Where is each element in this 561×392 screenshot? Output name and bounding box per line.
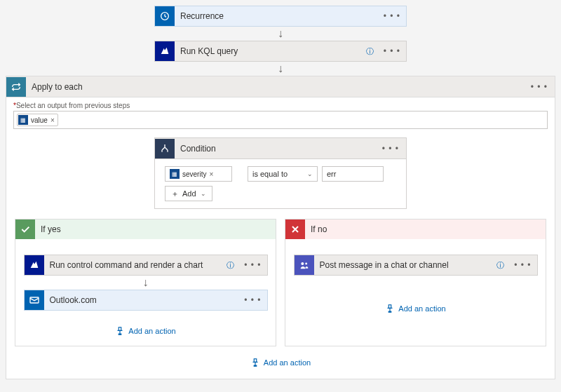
help-icon[interactable]: ⓘ (492, 260, 508, 271)
scope-title: Apply to each (26, 82, 524, 92)
if-no-title: If no (305, 224, 327, 234)
arrow-icon: ↓ (278, 27, 283, 41)
clock-icon (155, 6, 175, 26)
help-icon[interactable]: ⓘ (362, 46, 378, 57)
adx-icon (155, 41, 175, 61)
adx-icon: ▦ (18, 115, 28, 125)
output-chip-value[interactable]: ▦ value × (17, 114, 58, 126)
condition-title: Condition (175, 144, 375, 154)
add-action-button[interactable]: Add an action (115, 323, 175, 336)
action-run-kql[interactable]: Run KQL query ⓘ • • • (154, 41, 407, 62)
add-step-icon (115, 326, 125, 336)
svg-rect-9 (254, 365, 257, 366)
check-icon (15, 219, 35, 239)
svg-rect-3 (119, 334, 122, 334)
more-icon[interactable]: • • • (378, 11, 406, 21)
svg-rect-7 (389, 311, 392, 312)
outputs-field[interactable]: ▦ value × (13, 111, 548, 129)
if-yes-header: If yes (15, 219, 276, 239)
outlook-icon (25, 290, 44, 310)
more-icon[interactable]: • • • (238, 260, 266, 270)
help-icon[interactable]: ⓘ (222, 260, 238, 271)
loop-icon (6, 77, 26, 97)
condition-header[interactable]: Condition • • • (155, 138, 406, 159)
plus-icon: ＋ (171, 189, 179, 199)
remove-icon[interactable]: × (50, 116, 55, 124)
remove-icon[interactable]: × (209, 170, 213, 178)
arrow-icon: ↓ (278, 62, 283, 76)
svg-point-4 (301, 262, 304, 265)
severity-chip[interactable]: ▦ severity × (170, 169, 213, 179)
scope-header[interactable]: Apply to each • • • (6, 76, 555, 97)
close-icon (285, 219, 305, 239)
add-step-icon (385, 304, 395, 313)
arrow-icon: ↓ (143, 276, 149, 290)
svg-rect-8 (254, 359, 257, 363)
more-icon[interactable]: • • • (524, 82, 555, 92)
trigger-recurrence[interactable]: Recurrence • • • (154, 6, 407, 27)
svg-rect-6 (389, 305, 392, 309)
condition-icon (155, 139, 175, 158)
chevron-down-icon: ⌄ (201, 190, 206, 197)
svg-rect-2 (119, 327, 122, 331)
more-icon[interactable]: • • • (375, 144, 406, 154)
add-action-button[interactable]: Add an action (385, 301, 445, 313)
action-post-teams-message[interactable]: Post message in a chat or channel ⓘ • • … (294, 255, 538, 276)
chevron-down-icon: ⌄ (307, 170, 313, 177)
scope-apply-to-each: Apply to each • • • *Select an output fr… (6, 76, 555, 379)
adx-icon (25, 255, 44, 275)
more-icon[interactable]: • • • (378, 46, 406, 56)
condition-operator-select[interactable]: is equal to ⌄ (248, 166, 318, 182)
svg-point-5 (305, 263, 307, 265)
condition-left-field[interactable]: ▦ severity × (165, 166, 232, 182)
if-no-header: If no (285, 219, 546, 239)
teams-icon (295, 255, 314, 275)
action-outlook[interactable]: Outlook.com • • • (24, 290, 268, 311)
condition-right-field[interactable]: err (322, 166, 384, 182)
action-run-control-command[interactable]: Run control command and render a chart ⓘ… (24, 255, 268, 276)
branch-if-yes: If yes Run control command and render a … (15, 219, 276, 346)
action-title: Run KQL query (175, 46, 362, 56)
adx-icon: ▦ (170, 169, 180, 179)
add-condition-button[interactable]: ＋ Add ⌄ (165, 186, 212, 201)
branch-if-no: If no Post message in a chat or channel … (285, 219, 546, 346)
if-yes-title: If yes (35, 224, 61, 234)
more-icon[interactable]: • • • (238, 295, 266, 305)
outputs-label: *Select an output from previous steps (13, 102, 548, 111)
condition-card: Condition • • • ▦ severity × (154, 137, 407, 209)
trigger-title: Recurrence (175, 11, 378, 21)
add-action-button[interactable]: Add an action (250, 355, 311, 367)
add-step-icon (250, 358, 260, 367)
more-icon[interactable]: • • • (508, 260, 536, 270)
